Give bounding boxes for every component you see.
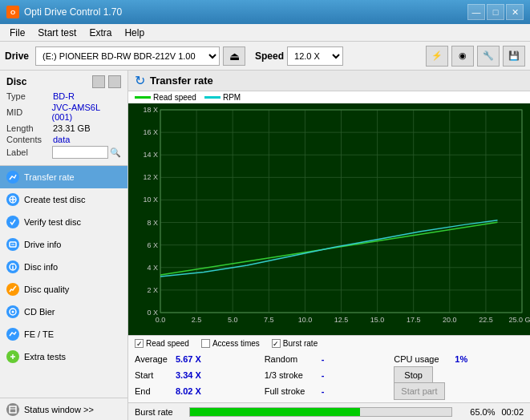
disc-info-label: Disc info (24, 262, 58, 272)
chart-container (128, 103, 530, 335)
disc-length-row: Length 23.31 GB (6, 123, 121, 133)
toolbar-icon-3[interactable]: 🔧 (477, 46, 500, 67)
stats-end-row: End 8.02 X (135, 383, 265, 399)
menu-extra[interactable]: Extra (83, 26, 118, 40)
menu-bar: File Start test Extra Help (0, 24, 530, 42)
stats-random-key: Random (265, 354, 317, 364)
sidebar-item-disc-quality[interactable]: Disc quality (0, 278, 127, 301)
cb-access-times-box[interactable] (201, 339, 210, 348)
stats-cpu-row: CPU usage 1% (394, 351, 524, 367)
title-bar: O Opti Drive Control 1.70 — □ ✕ (0, 0, 530, 24)
cb-read-speed-label: Read speed (146, 339, 189, 348)
stats-stroke13-key: 1/3 stroke (265, 370, 317, 380)
chart-title: Transfer rate (150, 75, 213, 87)
title-bar-left: O Opti Drive Control 1.70 (6, 6, 122, 18)
verify-test-disc-label: Verify test disc (24, 217, 81, 227)
disc-type-key: Type (6, 91, 53, 101)
sidebar-item-disc-info[interactable]: Disc info (0, 256, 127, 278)
stats-stroke13-value: - (322, 370, 334, 380)
sidebar-item-transfer-rate[interactable]: Transfer rate (0, 166, 127, 188)
speed-label: Speed (255, 50, 284, 62)
stats-fullstroke-value: - (322, 386, 334, 396)
disc-label-input[interactable] (52, 146, 108, 159)
menu-start-test[interactable]: Start test (31, 26, 83, 40)
minimize-button[interactable]: — (467, 4, 485, 20)
drive-info-icon (6, 238, 19, 251)
menu-help[interactable]: Help (118, 26, 151, 40)
fe-te-icon (6, 328, 19, 341)
toolbar-icon-1[interactable]: ⚡ (426, 46, 448, 67)
sidebar-item-cd-bier[interactable]: CD Bier (0, 301, 127, 323)
legend-rpm: RPM (204, 93, 241, 102)
start-part-button[interactable]: Start part (394, 382, 444, 400)
drive-select[interactable]: (E:) PIONEER BD-RW BDR-212V 1.00 (35, 46, 220, 66)
disc-contents-value: data (53, 135, 70, 144)
progress-fill (190, 408, 360, 416)
status-window-label: Status window >> (24, 405, 94, 414)
stats-start-key: Start (135, 370, 171, 380)
window-controls: — □ ✕ (467, 4, 524, 20)
toolbar: Drive (E:) PIONEER BD-RW BDR-212V 1.00 ⏏… (0, 42, 530, 71)
cb-read-speed-box[interactable]: ✓ (135, 339, 144, 348)
stop-button[interactable]: Stop (394, 366, 433, 384)
maximize-button[interactable]: □ (487, 4, 504, 20)
disc-contents-row: Contents data (6, 135, 121, 144)
disc-icon-2[interactable] (108, 75, 121, 88)
status-window-button[interactable]: Status window >> (0, 398, 127, 420)
cb-read-speed: ✓ Read speed (135, 339, 189, 348)
cb-burst-rate-box[interactable]: ✓ (272, 339, 281, 348)
stats-area: ✓ Read speed Access times ✓ Burst rate A… (128, 335, 530, 402)
sidebar-item-create-test-disc[interactable]: Create test disc (0, 188, 127, 211)
stats-end-value: 8.02 X (176, 386, 208, 396)
disc-label-key: Label (6, 147, 52, 157)
speed-select[interactable]: 12.0 X 8.0 X 4.0 X (287, 46, 343, 66)
legend-read-speed-label: Read speed (153, 93, 196, 102)
disc-mid-row: MID JVC-AMS6L (001) (6, 103, 121, 122)
toolbar-icon-2[interactable]: ◉ (451, 46, 474, 67)
stats-start-value: 3.34 X (176, 370, 208, 380)
disc-length-value: 23.31 GB (53, 123, 90, 133)
legend-rpm-color (204, 96, 220, 99)
disc-label-icon[interactable]: 🔍 (110, 147, 121, 158)
disc-mid-value: JVC-AMS6L (001) (51, 103, 121, 122)
legend-rpm-label: RPM (223, 93, 241, 102)
transfer-rate-icon (6, 171, 19, 184)
svg-point-9 (12, 311, 14, 313)
burst-label: Burst rate (135, 407, 183, 417)
stats-checkboxes: ✓ Read speed Access times ✓ Burst rate (135, 339, 524, 348)
sidebar-nav: Transfer rate Create test disc Verify te… (0, 166, 127, 398)
stats-end-key: End (135, 386, 171, 396)
cd-bier-icon (6, 305, 19, 318)
toolbar-icon-4[interactable]: 💾 (503, 46, 525, 67)
cb-burst-rate-label: Burst rate (283, 339, 318, 348)
sidebar-item-drive-info[interactable]: Drive info (0, 233, 127, 256)
disc-icon-1[interactable] (92, 75, 105, 88)
eject-button[interactable]: ⏏ (223, 46, 245, 66)
disc-type-value: BD-R (53, 91, 75, 101)
sidebar-item-extra-tests[interactable]: Extra tests (0, 345, 127, 368)
stats-stroke13-row: 1/3 stroke - (265, 367, 394, 383)
disc-mid-key: MID (6, 107, 51, 117)
drive-info-label: Drive info (24, 240, 61, 249)
cb-access-times: Access times (201, 339, 260, 348)
create-test-icon (6, 193, 19, 206)
sidebar-item-fe-te[interactable]: FE / TE (0, 323, 127, 345)
disc-title: Disc (6, 76, 26, 87)
close-button[interactable]: ✕ (506, 4, 524, 20)
verify-test-icon (6, 216, 19, 228)
disc-label-row: Label 🔍 (6, 146, 121, 159)
time-value: 00:02 (501, 407, 524, 417)
stats-col-1: Average 5.67 X Start 3.34 X End 8.02 X (135, 351, 265, 399)
create-test-disc-label: Create test disc (24, 195, 85, 204)
menu-file[interactable]: File (3, 26, 31, 40)
disc-icons (92, 75, 121, 88)
chart-area: ↻ Transfer rate Read speed RPM ✓ Read sp… (128, 71, 530, 420)
stats-random-value: - (322, 354, 334, 364)
disc-quality-label: Disc quality (24, 285, 69, 294)
status-window-icon (6, 403, 19, 416)
stats-average-row: Average 5.67 X (135, 351, 265, 367)
burst-percentage: 65.0% (459, 407, 495, 417)
legend-read-speed-color (135, 96, 151, 99)
sidebar-item-verify-test-disc[interactable]: Verify test disc (0, 211, 127, 233)
stats-stop-row: Stop (394, 367, 524, 383)
